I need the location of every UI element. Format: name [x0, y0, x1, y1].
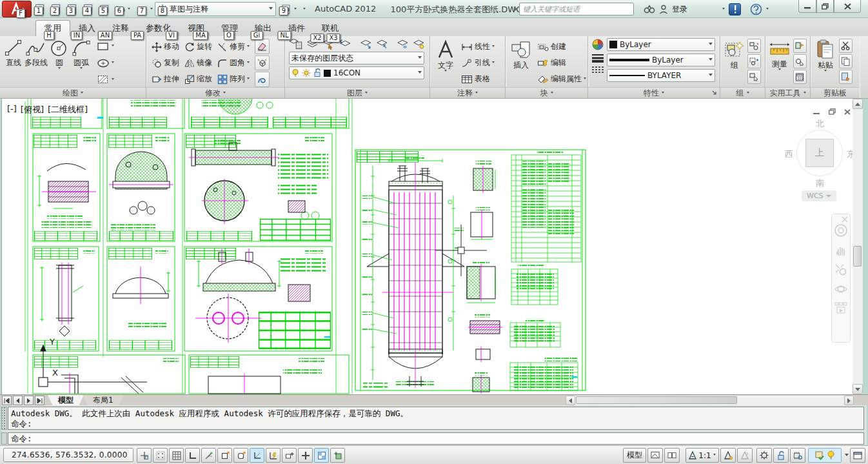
trim-button[interactable]: 修剪 — [216, 39, 251, 55]
explode-button[interactable] — [255, 55, 270, 71]
search-expand-arrow[interactable] — [514, 6, 517, 12]
prev-tab-button[interactable] — [13, 396, 23, 405]
viewport-menu-control[interactable]: [-] — [7, 104, 17, 116]
erase-button[interactable] — [255, 39, 270, 54]
panel-utilities-footer[interactable]: 实用工具 — [765, 87, 810, 98]
showmotion-icon[interactable] — [834, 302, 847, 314]
dynamic-input-toggle[interactable] — [282, 448, 297, 463]
command-history[interactable]: Autodesk DWG。 此文件上次由 Autodesk 应用程序或 Auto… — [8, 407, 864, 430]
toolbar-lock-button[interactable] — [773, 448, 789, 463]
command-grip[interactable] — [1, 407, 7, 430]
viewport-view-control[interactable]: [俯视] — [21, 104, 44, 116]
stretch-button[interactable]: 拉伸 — [150, 71, 181, 87]
hatch-button[interactable] — [95, 72, 115, 87]
mirror-button[interactable]: 镜像 — [183, 55, 213, 71]
viewcube-west[interactable]: 西 — [785, 148, 793, 160]
panel-layers-footer[interactable]: 图层 — [285, 87, 429, 98]
copy-button[interactable]: 复制 — [150, 55, 181, 71]
color-wheel-icon[interactable] — [592, 39, 604, 50]
lineweight-display-toggle[interactable] — [298, 448, 313, 463]
close-button[interactable] — [834, 0, 861, 13]
command-grip-lower[interactable] — [1, 432, 7, 445]
cut-button[interactable] — [839, 39, 853, 53]
layer-properties-icon[interactable] — [289, 38, 302, 50]
arc-button[interactable]: 圆弧 — [71, 36, 92, 87]
circle-button[interactable]: 圆 — [49, 36, 70, 87]
wcs-menu[interactable]: WCS — [802, 190, 836, 201]
drawing-canvas[interactable]: [-] [俯视] [二维线框] — [1, 99, 863, 394]
hardware-acceleration-button[interactable] — [790, 448, 805, 463]
properties-dialog-launcher-icon[interactable] — [712, 90, 717, 96]
group-edit-button[interactable] — [747, 54, 761, 68]
quick-view-drawings-button[interactable] — [664, 448, 680, 463]
qat-customize-arrow[interactable] — [303, 8, 306, 11]
polyline-button[interactable]: 多段线 — [25, 36, 48, 87]
lineweight-icon[interactable] — [592, 54, 604, 63]
statusbar-menu-arrow[interactable] — [845, 454, 849, 458]
rectangle-button[interactable] — [95, 39, 115, 54]
rotate-button[interactable]: 旋转 — [183, 39, 213, 55]
annotation-visibility-button[interactable] — [720, 448, 736, 463]
workspace-switcher[interactable]: 草图与注释 — [155, 2, 276, 16]
vertical-scrollbar[interactable] — [853, 99, 863, 394]
doc-restore-button[interactable] — [825, 106, 839, 117]
signin-dropdown-arrow[interactable] — [722, 8, 725, 11]
edit-block-button[interactable]: 编辑 — [536, 55, 587, 71]
viewcube[interactable]: 北 西 东 南 上 WCS — [787, 118, 852, 202]
viewcube-south[interactable]: 南 — [816, 177, 824, 189]
steering-wheel-icon[interactable] — [834, 223, 848, 237]
viewcube-top-face[interactable]: 上 — [805, 139, 834, 167]
panel-properties-footer[interactable]: 特性 — [588, 87, 720, 98]
grid-display-toggle[interactable] — [169, 448, 184, 463]
annotation-scale-button[interactable]: 1:1 — [686, 448, 719, 463]
panel-annotation-footer[interactable]: 注释 — [430, 87, 505, 98]
infer-constraints-toggle[interactable] — [137, 448, 152, 463]
quick-calc-button[interactable] — [793, 70, 807, 84]
transparency-toggle[interactable] — [314, 448, 329, 463]
navbar-close-icon[interactable] — [841, 216, 849, 223]
measure-flyout-arrow[interactable] — [778, 68, 781, 72]
lineweight-combo[interactable]: ByLayer — [607, 54, 715, 66]
layer-unlock-icon[interactable] — [313, 68, 321, 77]
3d-object-snap-toggle[interactable] — [233, 448, 248, 463]
coordinates-readout[interactable]: 274.6536, 576.3532, 0.0000 — [3, 448, 133, 462]
table-button[interactable]: 表格 — [460, 71, 496, 87]
text-flyout-arrow[interactable] — [444, 70, 447, 73]
next-tab-button[interactable] — [24, 396, 34, 405]
exchange-alert-button[interactable] — [729, 3, 741, 15]
object-snap-toggle[interactable] — [217, 448, 232, 463]
tab-model[interactable]: 模型 — [48, 395, 84, 406]
fillet-button[interactable]: 圆角 — [216, 55, 251, 71]
layer-freeze-icon[interactable] — [396, 38, 409, 50]
scale-button[interactable]: 缩放 — [183, 71, 213, 87]
ellipse-button[interactable] — [95, 55, 115, 71]
panel-groups-footer[interactable]: 组 — [720, 87, 765, 98]
text-button[interactable]: 文字 — [433, 37, 458, 87]
linetype-combo[interactable]: BYLAYER — [607, 69, 715, 82]
restore-button[interactable] — [816, 0, 834, 13]
measure-button[interactable]: 测量 — [767, 37, 792, 87]
pan-hand-icon[interactable] — [834, 244, 847, 257]
select-all-button[interactable] — [793, 54, 807, 68]
paste-special-button[interactable] — [839, 70, 853, 84]
navigation-bar[interactable] — [831, 214, 851, 343]
quick-select-button[interactable] — [793, 39, 807, 53]
ungroup-button[interactable] — [747, 39, 761, 53]
copy-clip-button[interactable] — [839, 54, 853, 68]
selection-cycling-toggle[interactable] — [330, 448, 345, 463]
paste-button[interactable]: 粘贴 — [813, 37, 838, 87]
redo-flyout-arrow[interactable] — [150, 8, 153, 11]
polar-tracking-toggle[interactable] — [201, 448, 216, 463]
viewport-style-control[interactable]: [二维线框] — [48, 104, 88, 116]
orbit-icon[interactable] — [834, 283, 847, 296]
join-button[interactable] — [255, 72, 270, 87]
layer-combo[interactable]: 16CON — [289, 66, 424, 79]
viewcube-north[interactable]: 北 — [816, 118, 824, 130]
scroll-up-button[interactable] — [853, 99, 863, 109]
linetype-icon[interactable] — [592, 66, 604, 74]
panel-block-footer[interactable]: 块 — [506, 87, 587, 98]
auto-annotation-button[interactable] — [737, 448, 753, 463]
move-button[interactable]: 移动 — [150, 39, 181, 55]
qat-extra-flyout-arrow[interactable] — [294, 8, 297, 11]
help-icon[interactable] — [750, 3, 762, 15]
